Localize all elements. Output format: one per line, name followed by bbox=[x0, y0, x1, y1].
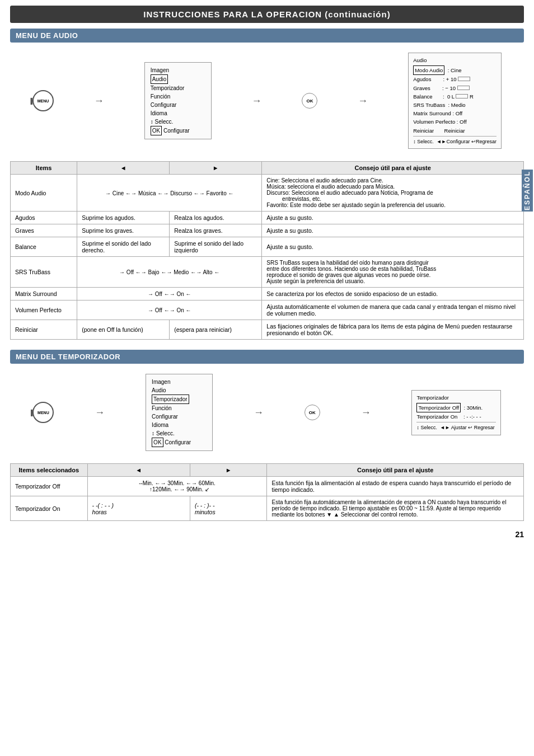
item-agudos: Agudos bbox=[11, 212, 77, 224]
item-graves: Graves bbox=[11, 224, 77, 237]
th-right-arrow-t: ► bbox=[190, 464, 267, 477]
audio-detail-box: Audio Modo Audio : Cine Agudos : + 10 Gr… bbox=[408, 53, 502, 149]
tip-reiniciar: Las fijaciones originales de fábrica par… bbox=[262, 320, 524, 340]
table-row: Agudos Suprime los agudos. Realza los ag… bbox=[11, 212, 524, 224]
tip-matrix: Se caracteriza por los efectos de sonido… bbox=[262, 288, 524, 300]
tempoff-seq: --Min. ←→ 30Min. ←→ 60Min. ↑120Min. ←→ 9… bbox=[87, 477, 267, 496]
tip-volumen: Ajusta automáticamente el volumen de man… bbox=[262, 300, 524, 320]
tip-tempon: Esta función fija automáticamente la ali… bbox=[267, 496, 524, 521]
menu-button[interactable]: MENU bbox=[32, 90, 54, 111]
menu-button-timer[interactable]: MENU bbox=[32, 402, 54, 423]
item-matrix-surround: Matrix Surround bbox=[11, 288, 77, 300]
timer-table: Items seleccionados ◄ ► Consejo útil par… bbox=[10, 463, 524, 521]
table-row: Volumen Perfecto → Off ←→ On ← Ajusta au… bbox=[11, 300, 524, 320]
item-temp-on: Temporizador On bbox=[11, 496, 88, 521]
table-row: Reiniciar (pone en Off la función) (espe… bbox=[11, 320, 524, 340]
tip-srs: SRS TruBass supera la habilidad del oído… bbox=[262, 257, 524, 288]
audio-table: Items ◄ ► Consejo útil para el ajuste Mo… bbox=[10, 161, 524, 340]
item-srs-trubass: SRS TruBass bbox=[11, 257, 77, 288]
th-left-arrow-t: ◄ bbox=[87, 464, 190, 477]
balance-right: Suprime el sonido del lado izquierdo bbox=[170, 237, 262, 257]
audio-diagram: MENU → Imagen Audio Temporizador Función… bbox=[10, 48, 524, 153]
timer-detail-box: Temporizador Temporizador Off : 30Min. T… bbox=[411, 390, 501, 435]
arrow-t3: → bbox=[361, 407, 371, 419]
tip-agudos: Ajuste a su gusto. bbox=[262, 212, 524, 224]
tip-graves: Ajuste a su gusto. bbox=[262, 224, 524, 237]
agudos-left: Suprime los agudos. bbox=[77, 212, 170, 224]
audio-section-header: MENU DE AUDIO bbox=[10, 29, 524, 43]
arrow-t1: → bbox=[95, 407, 105, 419]
th-right-arrow: ► bbox=[170, 162, 262, 175]
espanol-bar: ESPAÑOL bbox=[522, 170, 533, 212]
table-row: Balance Suprime el sonido del lado derec… bbox=[11, 237, 524, 257]
page-number: 21 bbox=[10, 530, 524, 539]
timer-section-header: MENU DEL TEMPORIZADOR bbox=[10, 350, 524, 364]
audio-menu-list: Imagen Audio Temporizador Función Config… bbox=[144, 62, 212, 139]
srs-seq: → Off ←→ Bajo ←→ Medio ←→ Alto ← bbox=[77, 257, 262, 288]
th-tip: Consejo útil para el ajuste bbox=[262, 162, 524, 175]
arrow-1: → bbox=[94, 95, 104, 107]
tip-modo-audio: Cine: Selecciona el audio adecuado para … bbox=[262, 175, 524, 212]
graves-left: Suprime los graves. bbox=[77, 224, 170, 237]
item-modo-audio: Modo Audio bbox=[11, 175, 77, 212]
item-volumen-perfecto: Volumen Perfecto bbox=[11, 300, 77, 320]
table-row: Modo Audio → Cine ←→ Música ←→ Discurso … bbox=[11, 175, 524, 212]
tempon-left: - -( : - - )horas bbox=[87, 496, 190, 521]
th-tip-t: Consejo útil para el ajuste bbox=[267, 464, 524, 477]
reiniciar-right: (espera para reiniciar) bbox=[170, 320, 262, 340]
th-items: Items bbox=[11, 162, 77, 175]
table-row: Matrix Surround → Off ←→ On ← Se caracte… bbox=[11, 288, 524, 300]
th-left-arrow: ◄ bbox=[77, 162, 170, 175]
item-reiniciar: Reiniciar bbox=[11, 320, 77, 340]
arrow-3: → bbox=[358, 95, 368, 107]
ok-button[interactable]: OK bbox=[302, 93, 317, 109]
timer-menu-list: Imagen Audio Temporizador Función Config… bbox=[146, 374, 213, 451]
tempon-right: (- - : )- -minutos bbox=[190, 496, 267, 521]
th-items-sel: Items seleccionados bbox=[11, 464, 88, 477]
volumen-seq: → Off ←→ On ← bbox=[77, 300, 262, 320]
table-row: SRS TruBass → Off ←→ Bajo ←→ Medio ←→ Al… bbox=[11, 257, 524, 288]
arrow-t2: → bbox=[254, 407, 264, 419]
graves-right: Realza los graves. bbox=[170, 224, 262, 237]
table-row: Graves Suprime los graves. Realza los gr… bbox=[11, 224, 524, 237]
balance-left: Suprime el sonido del lado derecho. bbox=[77, 237, 170, 257]
tip-balance: Ajuste a su gusto. bbox=[262, 237, 524, 257]
item-balance: Balance bbox=[11, 237, 77, 257]
agudos-right: Realza los agudos. bbox=[170, 212, 262, 224]
main-title: INSTRUCCIONES PARA LA OPERACION (continu… bbox=[10, 6, 524, 23]
table-row: Temporizador Off --Min. ←→ 30Min. ←→ 60M… bbox=[11, 477, 524, 496]
timer-diagram: MENU → Imagen Audio Temporizador Función… bbox=[10, 369, 524, 456]
ok-button-timer[interactable]: OK bbox=[305, 405, 320, 420]
table-row: Temporizador On - -( : - - )horas (- - :… bbox=[11, 496, 524, 521]
reiniciar-left: (pone en Off la función) bbox=[77, 320, 170, 340]
item-temp-off: Temporizador Off bbox=[11, 477, 88, 496]
tip-tempoff: Esta función fija la alimentación al est… bbox=[267, 477, 524, 496]
modo-audio-seq: → Cine ←→ Música ←→ Discurso ←→ Favorito… bbox=[77, 175, 262, 212]
matrix-seq: → Off ←→ On ← bbox=[77, 288, 262, 300]
arrow-2: → bbox=[252, 95, 262, 107]
